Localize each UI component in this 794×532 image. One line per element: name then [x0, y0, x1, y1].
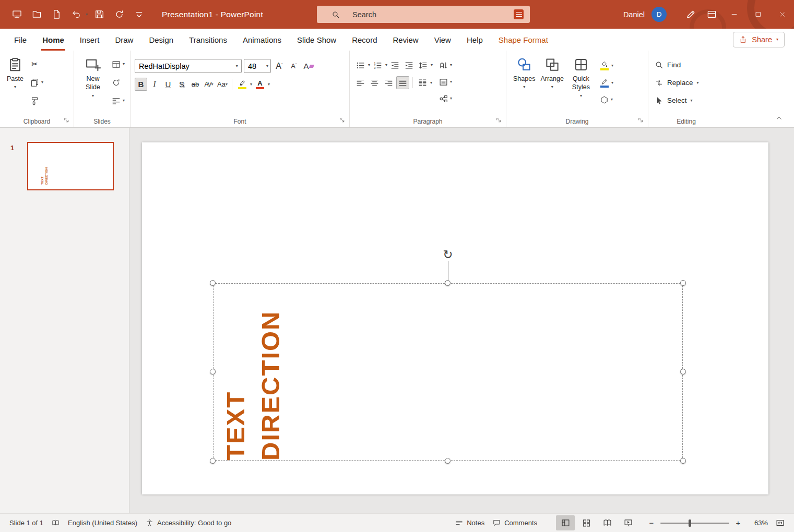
tab-slide-show[interactable]: Slide Show — [289, 29, 344, 51]
tab-view[interactable]: View — [426, 29, 459, 51]
resize-handle-n[interactable] — [445, 280, 451, 286]
arrange-button[interactable]: Arrange ▾ — [538, 54, 566, 90]
resize-handle-e[interactable] — [680, 369, 686, 374]
find-button[interactable]: Find — [653, 58, 701, 72]
tab-animations[interactable]: Animations — [235, 29, 289, 51]
replace-button[interactable]: Replace ▾ — [653, 76, 701, 90]
drawing-dialog-launcher[interactable] — [637, 117, 645, 125]
change-case-button[interactable]: Aa▾ — [216, 78, 229, 91]
chevron-down-icon[interactable]: ▾ — [250, 82, 252, 87]
slide-indicator[interactable]: Slide 1 of 1 — [5, 514, 48, 532]
underline-button[interactable]: U — [162, 78, 174, 91]
tab-insert[interactable]: Insert — [72, 29, 108, 51]
zoom-out-icon[interactable]: − — [648, 518, 655, 527]
tab-transitions[interactable]: Transitions — [181, 29, 235, 51]
chevron-down-icon[interactable]: ▾ — [450, 63, 452, 67]
slide-editor-area[interactable]: TEXT DIRECTION ↻ — [129, 128, 794, 513]
convert-to-smartart-button[interactable] — [437, 92, 450, 105]
select-button[interactable]: Select ▾ — [653, 93, 701, 107]
accessibility-checker[interactable]: Accessibility: Good to go — [141, 514, 235, 532]
text-direction-button[interactable] — [437, 59, 450, 71]
chevron-down-icon[interactable]: ▾ — [233, 59, 241, 72]
tab-review[interactable]: Review — [385, 29, 426, 51]
new-file-button[interactable] — [48, 6, 65, 23]
collapse-ribbon-button[interactable] — [775, 114, 787, 124]
decrease-font-size-button[interactable]: Aˇ — [288, 59, 300, 72]
chevron-down-icon[interactable]: ▾ — [268, 82, 270, 87]
shape-outline-button[interactable] — [598, 76, 611, 89]
rotate-handle[interactable]: ↻ — [442, 248, 454, 261]
tab-shape-format[interactable]: Shape Format — [491, 29, 556, 51]
chevron-down-icon[interactable]: ▾ — [431, 63, 433, 67]
chevron-down-icon[interactable]: ▾ — [611, 98, 613, 102]
tab-draw[interactable]: Draw — [107, 29, 141, 51]
reading-view-button[interactable] — [598, 515, 617, 530]
cut-button[interactable]: ✂ — [28, 58, 41, 70]
align-text-button[interactable] — [437, 76, 450, 88]
line-spacing-button[interactable] — [417, 59, 430, 71]
slide-thumbnail[interactable]: TEXT DIRECTION — [27, 142, 114, 190]
resize-handle-s[interactable] — [445, 458, 451, 464]
resize-handle-sw[interactable] — [210, 458, 216, 464]
chevron-down-icon[interactable]: ▾ — [123, 62, 125, 66]
open-file-button[interactable] — [28, 6, 45, 23]
reset-slide-button[interactable] — [110, 76, 123, 89]
shapes-button[interactable]: Shapes ▾ — [511, 54, 538, 90]
text-highlight-color-button[interactable] — [235, 78, 249, 91]
maximize-button[interactable] — [746, 0, 770, 29]
tab-file[interactable]: File — [6, 29, 34, 51]
format-painter-button[interactable] — [28, 94, 41, 107]
zoom-level[interactable]: 63% — [747, 519, 768, 527]
chevron-down-icon[interactable]: ▾ — [264, 59, 270, 72]
increase-font-size-button[interactable]: Aˆ — [273, 59, 286, 72]
shape-fill-button[interactable] — [598, 59, 611, 72]
clipboard-dialog-launcher[interactable] — [63, 117, 71, 125]
user-name[interactable]: Daniel — [623, 10, 645, 19]
fit-slide-to-window-button[interactable] — [771, 515, 789, 530]
section-button[interactable] — [110, 94, 123, 107]
tab-help[interactable]: Help — [459, 29, 491, 51]
justify-button[interactable] — [396, 76, 409, 89]
slide-sorter-view-button[interactable] — [577, 515, 596, 530]
share-button[interactable]: Share ▾ — [733, 32, 785, 47]
slideshow-view-button[interactable] — [619, 515, 637, 530]
chevron-down-icon[interactable]: ▾ — [368, 63, 370, 67]
clear-formatting-button[interactable]: A — [302, 59, 315, 72]
start-from-beginning-button[interactable] — [8, 6, 25, 23]
chevron-down-icon[interactable]: ▾ — [430, 81, 432, 85]
minimize-button[interactable] — [722, 0, 746, 29]
font-color-button[interactable]: A — [253, 78, 267, 91]
numbering-button[interactable] — [371, 59, 384, 71]
zoom-slider[interactable] — [660, 523, 729, 524]
customize-quick-access-button[interactable] — [131, 6, 147, 23]
save-button[interactable] — [91, 6, 108, 23]
resize-handle-ne[interactable] — [680, 280, 686, 286]
slide-thumbnails-panel[interactable]: 1 TEXT DIRECTION — [0, 128, 129, 513]
italic-button[interactable]: I — [148, 78, 161, 91]
align-right-button[interactable] — [382, 77, 395, 89]
resize-handle-nw[interactable] — [210, 280, 216, 286]
chevron-down-icon[interactable]: ▾ — [123, 99, 125, 103]
undo-button[interactable] — [68, 6, 85, 23]
notes-button[interactable]: Notes — [451, 514, 489, 532]
textbox-selection[interactable]: ↻ — [213, 283, 683, 461]
tab-record[interactable]: Record — [344, 29, 385, 51]
chevron-down-icon[interactable]: ▾ — [385, 63, 387, 67]
bullets-button[interactable] — [354, 59, 367, 71]
chevron-down-icon[interactable]: ▾ — [450, 80, 452, 84]
chevron-down-icon[interactable]: ▾ — [611, 81, 613, 85]
strikethrough-button[interactable]: ab — [189, 78, 202, 91]
slide-layout-button[interactable] — [110, 58, 123, 70]
chevron-down-icon[interactable]: ▾ — [41, 80, 43, 84]
search-badge-icon[interactable] — [514, 9, 524, 19]
spell-check-button[interactable] — [48, 514, 64, 532]
search-input[interactable] — [351, 10, 514, 19]
normal-view-button[interactable] — [556, 515, 575, 530]
redo-button[interactable] — [111, 6, 127, 23]
undo-dropdown-chevron-icon[interactable]: ▾ — [86, 13, 88, 17]
quick-styles-button[interactable]: Quick Styles ▾ — [566, 54, 596, 99]
chevron-down-icon[interactable]: ▾ — [450, 96, 452, 101]
increase-indent-button[interactable] — [402, 59, 416, 71]
tab-home[interactable]: Home — [34, 29, 72, 51]
align-left-button[interactable] — [354, 77, 367, 89]
